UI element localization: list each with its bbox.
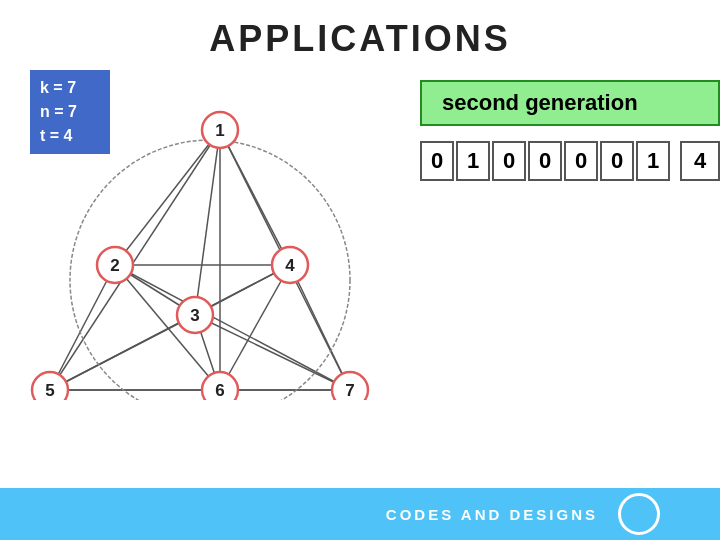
binary-box: 0 1 0 0 0 0 1 (420, 141, 670, 181)
second-generation-label: second generation (420, 80, 720, 126)
svg-line-3 (50, 130, 220, 390)
footer-circle (618, 493, 660, 535)
binary-cell-0: 0 (420, 141, 454, 181)
count-box: 4 (680, 141, 720, 181)
binary-cell-2: 0 (492, 141, 526, 181)
node-3-label: 3 (190, 306, 199, 325)
node-2-label: 2 (110, 256, 119, 275)
node-5-label: 5 (45, 381, 54, 400)
svg-line-8 (50, 265, 115, 390)
node-6-label: 6 (215, 381, 224, 400)
node-1-label: 1 (215, 121, 224, 140)
footer-text: CODES AND DESIGNS (386, 506, 598, 523)
param-t: t = 4 (40, 124, 100, 148)
node-7-label: 7 (345, 381, 354, 400)
params-box: k = 7 n = 7 t = 4 (30, 70, 110, 154)
binary-cell-4: 0 (564, 141, 598, 181)
binary-cell-5: 0 (600, 141, 634, 181)
binary-cell-1: 1 (456, 141, 490, 181)
binary-row: 0 1 0 0 0 0 1 4 (420, 141, 720, 181)
binary-cell-3: 0 (528, 141, 562, 181)
footer-bar: CODES AND DESIGNS (0, 488, 720, 540)
svg-line-10 (115, 265, 350, 390)
param-n: n = 7 (40, 100, 100, 124)
page-title: APPLICATIONS (0, 0, 720, 60)
param-k: k = 7 (40, 76, 100, 100)
node-4-label: 4 (285, 256, 295, 275)
binary-cell-6: 1 (636, 141, 670, 181)
svg-line-15 (50, 265, 290, 390)
